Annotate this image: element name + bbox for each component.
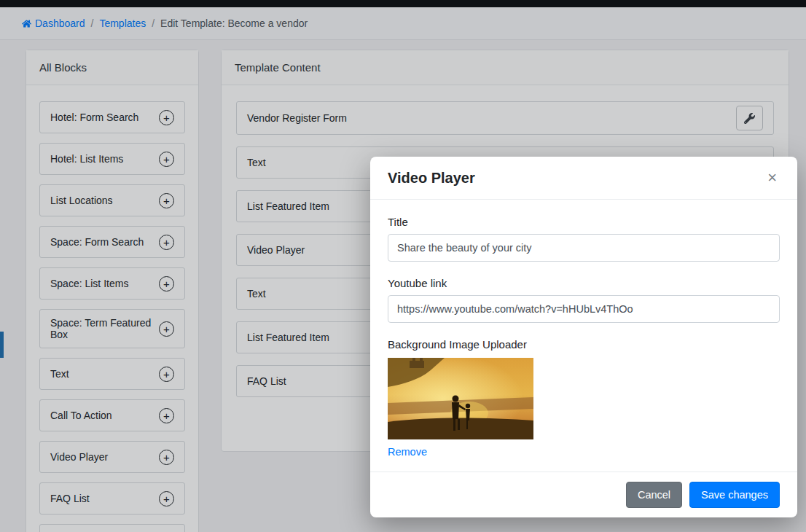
modal-title: Video Player bbox=[388, 170, 475, 187]
modal-footer: Cancel Save changes bbox=[370, 472, 797, 517]
video-player-modal: Video Player × Title Youtube link Backgr… bbox=[370, 157, 797, 517]
remove-image-link[interactable]: Remove bbox=[388, 446, 427, 458]
modal-close-button[interactable]: × bbox=[764, 168, 780, 187]
title-field-label: Title bbox=[388, 216, 780, 228]
background-image-preview[interactable] bbox=[388, 358, 533, 439]
image-uploader-label: Background Image Uploader bbox=[388, 338, 780, 351]
page: Dashboard / Templates / Edit Template: B… bbox=[0, 0, 806, 532]
cancel-button[interactable]: Cancel bbox=[626, 482, 682, 508]
image-uploader-group: Background Image Uploader bbox=[388, 338, 780, 458]
youtube-field-label: Youtube link bbox=[388, 277, 780, 289]
modal-header: Video Player × bbox=[370, 157, 797, 200]
title-input[interactable] bbox=[388, 234, 780, 262]
youtube-field-group: Youtube link bbox=[388, 277, 780, 323]
close-icon: × bbox=[767, 168, 777, 187]
modal-body: Title Youtube link Background Image Uplo… bbox=[370, 200, 797, 472]
title-field-group: Title bbox=[388, 216, 780, 262]
youtube-link-input[interactable] bbox=[388, 295, 780, 323]
save-changes-button[interactable]: Save changes bbox=[689, 482, 780, 508]
